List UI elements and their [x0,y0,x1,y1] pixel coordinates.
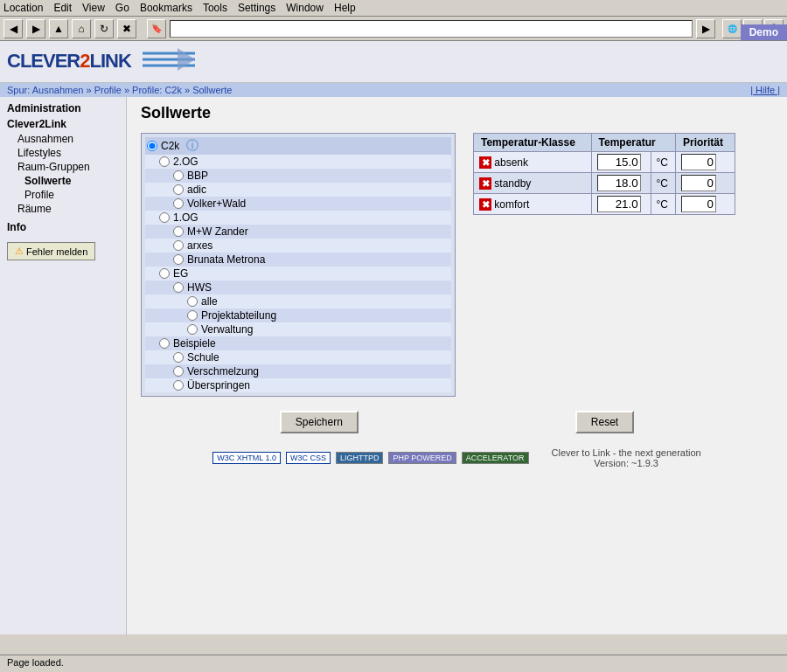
radio-2og[interactable] [159,156,170,167]
radio-arxes[interactable] [173,240,184,251]
prio-standby-input[interactable] [681,175,716,191]
radio-adic[interactable] [173,184,184,195]
radio-eg[interactable] [159,268,170,279]
radio-volkerwald[interactable] [173,198,184,209]
speichern-button[interactable]: Speichern [280,411,359,433]
tree-item-adic[interactable]: adic [145,183,451,197]
tree-label-mwzander: M+W Zander [187,225,248,238]
delete-komfort-button[interactable]: ✖ [479,198,491,211]
tree-item-schule[interactable]: Schule [145,350,451,364]
temp-komfort-input[interactable] [597,196,641,212]
delete-standby-button[interactable]: ✖ [479,177,491,190]
radio-projektabteilung[interactable] [187,310,198,321]
action-buttons: Speichern Reset [141,411,773,433]
refresh-button[interactable]: ↻ [94,19,114,38]
tree-label-hws: HWS [187,281,212,294]
sidebar-item-administration[interactable]: Administration [0,100,126,116]
prio-absenk-input[interactable] [681,154,716,170]
radio-uberspringen[interactable] [173,380,184,391]
temperature-table: Temperatur-Klasse Temperatur Priorität ✖… [473,133,735,215]
radio-bbp[interactable] [173,170,184,181]
delete-absenk-button[interactable]: ✖ [479,156,491,169]
tree-item-verwaltung[interactable]: Verwaltung [145,322,451,336]
url-input[interactable]: http://www.clever2link.net/c2k-tng/assis… [170,20,693,38]
app-logo: CLEVER2LINK [7,46,195,78]
tree-label-adic: adic [187,184,206,196]
reset-button[interactable]: Reset [575,411,634,433]
menu-go[interactable]: Go [115,2,129,14]
menu-window[interactable]: Window [286,2,324,14]
tree-item-beispiele[interactable]: Beispiele [145,336,451,350]
prio-komfort-input[interactable] [681,196,716,212]
tree-item-hws[interactable]: HWS [145,281,451,294]
badge-lighttpd: LIGHTTPD [336,452,384,464]
home-button[interactable]: ⌂ [72,19,91,38]
forward-button[interactable]: ▶ [26,19,45,38]
badge-xhtml: W3C XHTML 1.0 [212,452,281,464]
radio-beispiele[interactable] [159,338,170,349]
menu-edit[interactable]: Edit [53,2,72,14]
tree-item-projektabteilung[interactable]: Projektabteilung [145,308,451,322]
radio-verschmelzung[interactable] [173,366,184,377]
fehler-button[interactable]: ⚠ Fehler melden [7,242,95,260]
sidebar-item-raume[interactable]: Räume [0,202,126,216]
breadcrumb-bar: Spur: Ausnahmen » Profile » Profile: C2k… [0,83,787,97]
temp-standby-input[interactable] [597,175,641,191]
table-row: ✖ standby °C [474,173,735,194]
radio-alle[interactable] [187,296,198,307]
radio-brunata[interactable] [173,254,184,265]
app-header: CLEVER2LINK [0,41,787,83]
menu-view[interactable]: View [82,2,105,14]
stop-button[interactable]: ✖ [117,19,136,38]
radio-verwaltung[interactable] [187,324,198,335]
unit-absenk: °C [651,152,676,173]
radio-mwzander[interactable] [173,226,184,237]
menu-help[interactable]: Help [334,2,356,14]
footer-badges: W3C XHTML 1.0 W3C CSS LIGHTTPD PHP POWER… [141,444,773,472]
sidebar-item-sollwerte[interactable]: Sollwerte [0,174,126,188]
tree-item-arxes[interactable]: arxes [145,239,451,253]
klasse-absenk: absenk [494,156,528,169]
demo-badge: Demo [741,24,787,40]
menu-tools[interactable]: Tools [203,2,227,14]
tree-item-2og[interactable]: 2.OG [145,155,451,169]
net-button[interactable]: 🌐 [722,19,742,38]
profile-section: C2k ⓘ 2.OG BBP adic Volke [141,133,773,397]
menu-settings[interactable]: Settings [238,2,275,14]
sidebar-item-clever2link[interactable]: Clever2Link [0,116,126,132]
tree-item-eg[interactable]: EG [145,267,451,281]
tree-item-alle[interactable]: alle [145,294,451,308]
back-button[interactable]: ◀ [3,19,23,38]
menu-location[interactable]: Location [3,2,43,14]
badge-accelerator: ACCELERATOR [462,452,529,464]
sidebar-item-profile[interactable]: Profile [0,188,126,202]
url-go-button[interactable]: ▶ [696,19,715,38]
hilfe-link[interactable]: | Hilfe | [750,85,780,95]
menu-bar: Location Edit View Go Bookmarks Tools Se… [0,0,787,17]
tree-item-1og[interactable]: 1.OG [145,211,451,225]
info-icon[interactable]: ⓘ [186,138,198,154]
tree-label-alle: alle [201,295,218,308]
radio-schule[interactable] [173,352,184,363]
sidebar-item-info[interactable]: Info [0,219,126,235]
temp-absenk-input[interactable] [597,154,641,170]
sidebar-item-ausnahmen[interactable]: Ausnahmen [0,132,126,146]
sidebar-item-lifestyles[interactable]: Lifestyles [0,146,126,160]
tree-item-uberspringen[interactable]: Überspringen [145,378,451,392]
tree-item-volkerwald[interactable]: Volker+Wald [145,197,451,211]
radio-1og[interactable] [159,212,170,223]
radio-hws[interactable] [173,282,184,293]
up-button[interactable]: ▲ [49,19,68,38]
tree-item-bbp[interactable]: BBP [145,169,451,183]
tree-item-c2k[interactable]: C2k ⓘ [145,137,451,155]
sidebar-item-raum-gruppen[interactable]: Raum-Gruppen [0,160,126,174]
tree-label-1og: 1.OG [173,211,198,224]
tree-item-brunata[interactable]: Brunata Metrona [145,253,451,267]
tree-item-mwzander[interactable]: M+W Zander [145,225,451,239]
tree-label-c2k: C2k [161,140,179,152]
tree-label-2og: 2.OG [173,156,198,168]
tree-item-verschmelzung[interactable]: Verschmelzung [145,364,451,378]
menu-bookmarks[interactable]: Bookmarks [140,2,192,14]
radio-c2k[interactable] [147,141,157,151]
bookmark-button[interactable]: 🔖 [147,19,166,38]
